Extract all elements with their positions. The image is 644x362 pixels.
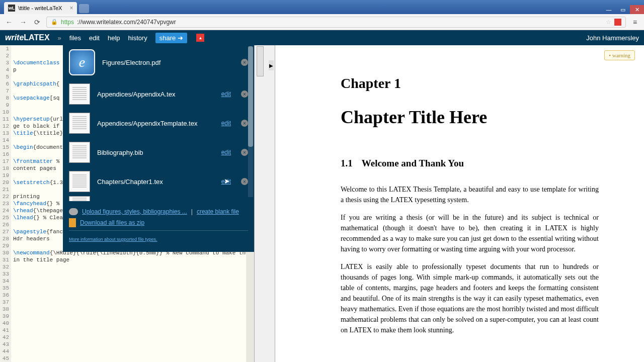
file-item[interactable]: Appendices/AppendixTemplate.tex edit ×	[63, 109, 254, 138]
reload-button[interactable]: ⟳	[32, 17, 42, 27]
file-name: Figures/Electron.pdf	[102, 59, 234, 66]
menu-share[interactable]: share ➜	[155, 33, 188, 43]
edit-link[interactable]: edit	[221, 149, 231, 156]
delete-file-button[interactable]: ×	[241, 120, 248, 127]
edit-link[interactable]: edit	[221, 178, 231, 185]
minimize-button[interactable]: —	[602, 5, 616, 14]
delete-file-button[interactable]: ×	[241, 90, 248, 98]
chapter-title: Chapter Title Here	[341, 107, 599, 128]
menu-history[interactable]: history	[128, 34, 147, 42]
file-item-partial	[63, 196, 254, 201]
url-rest: ://www.writelatex.com/240747vpvgwr	[77, 19, 176, 26]
document-icon	[69, 171, 90, 192]
delete-file-button[interactable]: ×	[241, 59, 248, 66]
filelist-scrollbar[interactable]	[248, 46, 253, 197]
bookmark-icon[interactable]: ☆	[606, 19, 611, 26]
electron-icon: e	[69, 49, 95, 75]
line-gutter: 1234567891011121314151617181920212223242…	[0, 45, 11, 362]
url-scheme: https	[61, 19, 74, 26]
logo: writeLATEX	[5, 33, 50, 42]
file-list: e Figures/Electron.pdf × Appendices/Appe…	[63, 45, 254, 201]
menu-help[interactable]: help	[108, 34, 120, 42]
file-item[interactable]: Chapters/Chapter1.tex edit ×	[63, 167, 254, 196]
tab-title: \ttitle - writeLaTeX	[18, 5, 62, 11]
pdf-icon[interactable]: ▲	[196, 34, 204, 42]
paragraph: LATEX is easily able to professionally t…	[341, 261, 599, 335]
browser-tab[interactable]: wL \ttitle - writeLaTeX ×	[4, 2, 77, 14]
more-info-link[interactable]: More information about supported file ty…	[69, 237, 157, 242]
file-name: Appendices/AppendixA.tex	[97, 90, 214, 98]
document-icon	[69, 196, 90, 201]
document-icon	[69, 83, 90, 105]
address-bar[interactable]: 🔒 https://www.writelatex.com/240747vpvgw…	[46, 17, 626, 28]
section-number: 1.1	[341, 158, 353, 169]
zip-icon	[69, 218, 76, 227]
paragraph: Welcome to this LATEX Thesis Template, a…	[341, 184, 599, 205]
menu-separator: »	[58, 34, 61, 42]
paragraph: If you are writing a thesis (or will be …	[341, 212, 599, 254]
body-text: Welcome to this LATEX Thesis Template, a…	[341, 184, 599, 335]
create-blank-link[interactable]: create blank file	[197, 208, 239, 215]
menu-files[interactable]: files	[69, 34, 81, 42]
share-arrow-icon: ➜	[178, 34, 183, 42]
username[interactable]: John Hammersley	[586, 34, 639, 42]
file-name: Bibliography.bib	[97, 149, 214, 156]
window-controls: — ▭ ✕	[602, 5, 644, 14]
upload-icon	[69, 208, 78, 215]
menu-edit[interactable]: edit	[89, 34, 100, 42]
delete-file-button[interactable]: ×	[241, 178, 248, 185]
edit-link[interactable]: edit	[221, 120, 231, 127]
forward-button[interactable]: →	[18, 17, 28, 27]
pane-divider[interactable]: ▶	[254, 45, 275, 362]
extension-icon[interactable]	[614, 19, 621, 26]
file-item[interactable]: e Figures/Electron.pdf ×	[63, 45, 254, 79]
file-item[interactable]: Bibliography.bib edit ×	[63, 138, 254, 167]
divider-handle[interactable]	[257, 46, 264, 76]
file-name: Chapters/Chapter1.tex	[97, 178, 214, 186]
favicon-icon: wL	[8, 5, 15, 12]
separator: |	[191, 208, 193, 215]
warning-badge[interactable]: • warning	[604, 50, 635, 60]
file-item[interactable]: Appendices/AppendixA.tex edit ×	[63, 79, 254, 109]
new-tab-button[interactable]	[79, 4, 89, 13]
divider	[69, 230, 248, 231]
chrome-menu-icon[interactable]: ≡	[630, 17, 640, 27]
download-zip-link[interactable]: Download all files as zip	[80, 219, 144, 226]
back-button[interactable]: ←	[4, 17, 14, 27]
file-name: Appendices/AppendixTemplate.tex	[97, 120, 214, 127]
filelist-scroll-thumb[interactable]	[248, 46, 253, 147]
window-titlebar: wL \ttitle - writeLaTeX × — ▭ ✕	[0, 0, 644, 14]
document-icon	[69, 142, 90, 163]
maximize-button[interactable]: ▭	[616, 5, 630, 14]
chapter-number: Chapter 1	[341, 75, 599, 92]
edit-link[interactable]: edit	[221, 90, 231, 98]
app-header: writeLATEX » files edit help history sha…	[0, 30, 644, 45]
tab-close-icon[interactable]: ×	[69, 5, 73, 12]
section-heading: 1.1 Welcome and Thank You	[341, 158, 599, 169]
file-panel: e Figures/Electron.pdf × Appendices/Appe…	[63, 45, 254, 252]
code-editor[interactable]: 1234567891011121314151617181920212223242…	[0, 45, 254, 362]
document-icon	[69, 113, 90, 134]
main-area: 1234567891011121314151617181920212223242…	[0, 45, 644, 362]
panel-actions: Upload figures, styles, bibliographies .…	[63, 201, 254, 247]
delete-file-button[interactable]: ×	[241, 149, 248, 156]
upload-link[interactable]: Upload figures, styles, bibliographies .…	[82, 208, 187, 215]
collapse-right-icon[interactable]: ▶	[269, 60, 274, 70]
close-window-button[interactable]: ✕	[630, 5, 644, 14]
lock-icon: 🔒	[51, 19, 58, 25]
browser-toolbar: ← → ⟳ 🔒 https://www.writelatex.com/24074…	[0, 14, 644, 30]
pdf-preview: • warning Chapter 1 Chapter Title Here 1…	[275, 45, 644, 362]
section-title: Welcome and Thank You	[362, 158, 464, 169]
